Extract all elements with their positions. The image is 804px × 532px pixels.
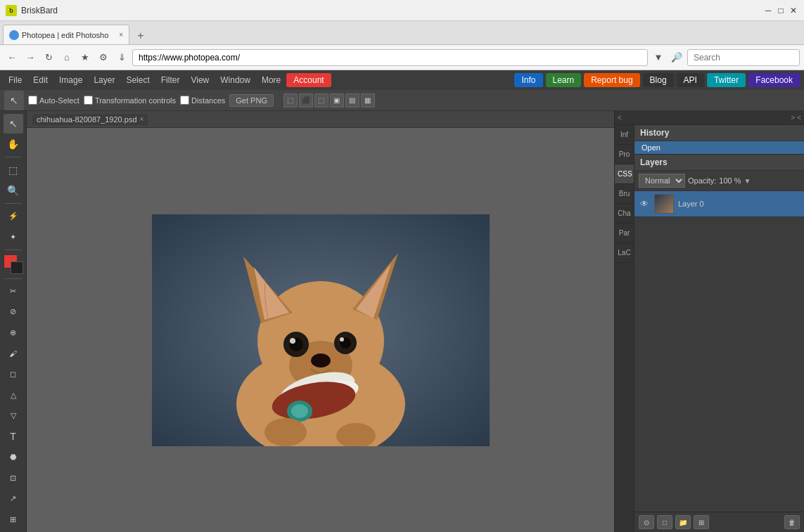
canvas-content[interactable] — [27, 128, 614, 532]
shape-tool-button[interactable]: ⬣ — [4, 448, 23, 467]
transformation-controls-checkbox[interactable] — [84, 96, 93, 105]
panel-collapse-right[interactable]: > < — [791, 114, 801, 122]
menu-view[interactable]: View — [185, 72, 215, 88]
clone-tool-button[interactable]: ◻ — [4, 365, 23, 384]
opacity-dropdown[interactable]: ▼ — [744, 177, 751, 185]
side-tab-inf[interactable]: Inf — [615, 125, 634, 145]
home-button[interactable]: ⌂ — [59, 50, 75, 65]
align-bottom-icon[interactable]: ▦ — [361, 93, 375, 108]
auto-select-checkbox[interactable] — [28, 96, 37, 105]
get-png-button[interactable]: Get PNG — [229, 94, 274, 107]
menu-image[interactable]: Image — [53, 72, 88, 88]
align-middle-icon[interactable]: ▤ — [345, 93, 359, 108]
align-left-icon[interactable]: ⬚ — [283, 93, 298, 108]
lasso-tool-button[interactable]: ⚡ — [4, 207, 23, 226]
align-right-icon[interactable]: ⬚ — [314, 93, 328, 108]
move-options-tool[interactable]: ↖ — [4, 91, 24, 110]
layers-panel: Layers Normal Opacity: 100 % ▼ 👁 — [634, 155, 804, 532]
background-color[interactable] — [11, 261, 23, 274]
twitter-button[interactable]: Twitter — [707, 73, 746, 87]
gradient-tool-button[interactable]: ▽ — [4, 406, 23, 426]
back-button[interactable]: ← — [4, 50, 20, 65]
opacity-value: 100 % — [719, 176, 741, 185]
minimize-button[interactable]: ─ — [763, 6, 773, 15]
side-tab-cha[interactable]: Cha — [615, 204, 634, 223]
menu-edit[interactable]: Edit — [27, 72, 53, 88]
text-tool-button[interactable]: T — [4, 427, 23, 446]
brush-tool-button[interactable]: 🖌 — [4, 344, 23, 363]
delete-layer-button[interactable]: 🗑 — [784, 515, 800, 529]
settings-button[interactable]: ⚙ — [96, 50, 111, 65]
eyedropper-button[interactable]: ⊘ — [4, 302, 23, 322]
panel-collapse-left[interactable]: < — [618, 114, 622, 122]
layer-mask-button[interactable]: □ — [657, 515, 672, 529]
maximize-button[interactable]: □ — [776, 6, 786, 15]
pen-tool-button[interactable]: ⊡ — [4, 468, 23, 488]
report-bug-button[interactable]: Report bug — [584, 73, 639, 87]
canvas-tab-bar: chihuahua-820087_1920.psd × — [27, 111, 614, 128]
address-dropdown[interactable]: ▼ — [651, 50, 666, 65]
blend-mode-select[interactable]: Normal — [639, 174, 685, 188]
menu-select[interactable]: Select — [120, 72, 155, 88]
canvas-image[interactable] — [152, 214, 490, 446]
side-tab-par[interactable]: Par — [615, 223, 634, 243]
refresh-button[interactable]: ↻ — [41, 50, 56, 65]
menu-file[interactable]: File — [3, 72, 27, 88]
hand-tool-button[interactable]: ✋ — [4, 135, 23, 155]
new-group-button[interactable]: 📁 — [675, 515, 691, 529]
zoom-tool-button[interactable]: 🔍 — [4, 181, 23, 201]
blog-button[interactable]: Blog — [643, 73, 674, 87]
search-input[interactable] — [687, 49, 800, 66]
learn-button[interactable]: Learn — [546, 73, 582, 87]
bookmark-button[interactable]: ★ — [77, 50, 93, 65]
menu-layer[interactable]: Layer — [88, 72, 120, 88]
svg-point-23 — [264, 418, 307, 446]
side-tab-css[interactable]: CSS — [615, 164, 634, 184]
canvas-tab-item[interactable]: chihuahua-820087_1920.psd × — [32, 114, 148, 125]
facebook-button[interactable]: Facebook — [748, 73, 800, 87]
svg-point-16 — [340, 337, 344, 342]
menu-window[interactable]: Window — [215, 72, 256, 88]
address-search[interactable]: 🔎 — [669, 50, 684, 65]
forward-button[interactable]: → — [23, 50, 38, 65]
close-button[interactable]: ✕ — [789, 6, 798, 15]
align-top-icon[interactable]: ▣ — [330, 93, 344, 108]
tab-close-button[interactable]: × — [119, 31, 123, 39]
color-swatch — [4, 254, 23, 274]
new-layer-button[interactable]: ⊞ — [694, 515, 709, 529]
eraser-tool-button[interactable]: △ — [4, 385, 23, 405]
magic-wand-button[interactable]: ✦ — [4, 228, 23, 247]
address-input[interactable] — [132, 49, 648, 66]
side-tab-pro[interactable]: Pro — [615, 145, 634, 164]
align-center-icon[interactable]: ⬛ — [299, 93, 313, 108]
history-item-open[interactable]: Open — [634, 141, 804, 154]
new-tab-button[interactable]: + — [132, 27, 149, 44]
layer-name: Layer 0 — [678, 200, 704, 208]
layer-style-button[interactable]: ⊙ — [639, 515, 654, 529]
menu-filter[interactable]: Filter — [155, 72, 186, 88]
side-tab-lac[interactable]: LaC — [615, 243, 634, 263]
canvas-tab-close[interactable]: × — [140, 115, 144, 123]
path-tool-button[interactable]: ↗ — [4, 489, 23, 509]
heal-tool-button[interactable]: ⊕ — [4, 323, 23, 343]
move-tool-button[interactable]: ↖ — [4, 114, 23, 134]
browser-tab-photopea[interactable]: Photopea | edit Photosho × — [3, 25, 129, 44]
layer-visibility-icon[interactable]: 👁 — [639, 198, 650, 209]
layers-bottom-bar: ⊙ □ 📁 ⊞ 🗑 — [634, 512, 804, 532]
address-bar: ← → ↻ ⌂ ★ ⚙ ⇓ ▼ 🔎 — [0, 45, 804, 70]
api-button[interactable]: API — [677, 73, 704, 87]
side-tab-bru[interactable]: Bru — [615, 184, 634, 204]
auto-select-option[interactable]: Auto-Select — [28, 96, 79, 105]
distances-option[interactable]: Distances — [180, 96, 225, 105]
menu-more[interactable]: More — [256, 72, 286, 88]
layer-row-0[interactable]: 👁 Layer 0 — [634, 191, 804, 217]
transformation-controls-option[interactable]: Transformation controls — [84, 96, 176, 105]
menu-account[interactable]: Account — [286, 73, 331, 87]
marquee-tool-button[interactable]: ⬚ — [4, 160, 23, 180]
transform-tool-button[interactable]: ⊞ — [4, 510, 23, 530]
distances-checkbox[interactable] — [180, 96, 189, 105]
info-button[interactable]: Info — [514, 73, 542, 87]
download-button[interactable]: ⇓ — [114, 50, 129, 65]
crop-tool-button[interactable]: ✂ — [4, 282, 23, 301]
window-title: BriskBard — [21, 6, 759, 15]
